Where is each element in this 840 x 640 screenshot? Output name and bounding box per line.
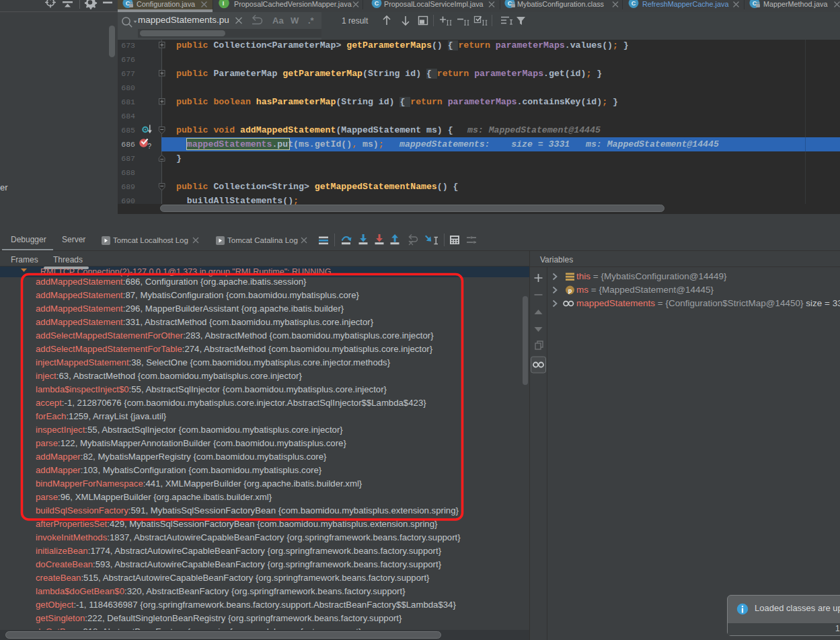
svg-text:C: C <box>632 0 636 7</box>
svg-text:p: p <box>568 287 572 294</box>
